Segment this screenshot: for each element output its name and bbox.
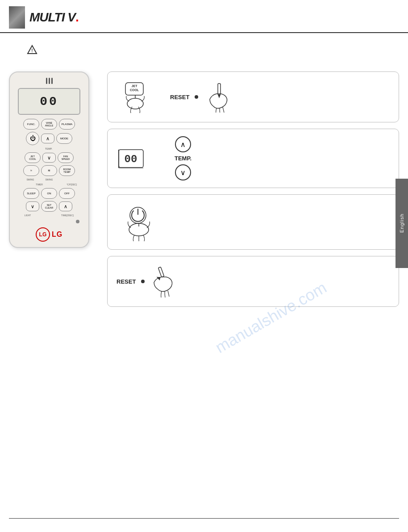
- lg-circle-logo: LG: [36, 227, 50, 242]
- temp-up-arrow[interactable]: ∧: [175, 136, 191, 152]
- timer-label: TIMER: [21, 183, 57, 186]
- timer-label-row: TIMER °C/F[SEC]: [14, 183, 84, 186]
- set-clear-button[interactable]: SETCLEAR: [41, 201, 57, 212]
- ir-bar: [46, 78, 47, 84]
- box3-content: [117, 202, 170, 242]
- power-button[interactable]: ⏻: [26, 132, 39, 145]
- svg-text:!: !: [31, 48, 33, 53]
- cf-sec-label: °C/F[SEC]: [59, 183, 77, 186]
- temp-label: TEMP.: [41, 147, 57, 150]
- remote-container: 00 FUNC. VANEANGLE PLASMA ⏻ ∧ MODE TEMP.: [9, 71, 98, 307]
- light-label: LIGHT: [20, 214, 36, 217]
- svg-rect-7: [218, 84, 221, 95]
- ir-emitter: [46, 78, 53, 84]
- fan-speed-button[interactable]: FANSPEED: [58, 152, 74, 163]
- light-time-label-row: LIGHT TIME[3SEC]: [14, 214, 84, 217]
- warning-area: !: [27, 45, 41, 55]
- remote-btn-row-1: FUNC. VANEANGLE PLASMA: [14, 119, 84, 130]
- svg-point-5: [127, 98, 143, 109]
- instruction-box-4: RESET: [107, 256, 399, 307]
- remote-btn-row-5: SLEEP ON OFF: [14, 188, 84, 199]
- stylus-hand-illustration-2: [147, 264, 192, 299]
- svg-text:JET: JET: [132, 84, 138, 88]
- remote-display: 00: [18, 88, 80, 115]
- svg-rect-16: [158, 267, 164, 277]
- remote-control: 00 FUNC. VANEANGLE PLASMA ⏻ ∧ MODE TEMP.: [9, 71, 89, 248]
- instruction-box-3: [107, 194, 399, 250]
- reset-area-1: RESET: [170, 81, 237, 113]
- box1-content: JET COOL RESET: [117, 79, 237, 115]
- instruction-box-2: 00 ∧ TEMP. ∨: [107, 129, 399, 188]
- reset-label-2: RESET: [117, 278, 136, 285]
- remote-btn-row-3: JETCOOL ∨ FANSPEED: [14, 152, 84, 163]
- brand-name: MULTI V: [29, 10, 75, 25]
- vane-angle-button[interactable]: VANEANGLE: [41, 119, 57, 130]
- remote-display-digits: 00: [40, 95, 58, 109]
- remote-btn-row-6: ∨ SETCLEAR ∧: [14, 201, 84, 212]
- svg-text:COOL: COOL: [130, 88, 139, 92]
- reset-dot-1: [195, 95, 198, 99]
- ir-bar: [51, 78, 53, 84]
- lg-text-logo: LG: [52, 230, 62, 239]
- jet-cool-button[interactable]: JETCOOL: [25, 152, 41, 163]
- power-press-illustration: [117, 202, 170, 242]
- reset-label-1: RESET: [170, 94, 189, 101]
- temp-control-area: ∧ TEMP. ∨: [175, 136, 192, 180]
- remote-btn-row-4: ≈ ≋ ROOMTEMP: [14, 165, 84, 176]
- temp-down-button[interactable]: ∨: [42, 153, 56, 163]
- header-divider: [9, 32, 399, 33]
- box2-content: 00 ∧ TEMP. ∨: [117, 136, 192, 180]
- remote-btn-row-2: ⏻ ∧ MODE: [14, 132, 84, 145]
- display-illustration: 00: [117, 143, 161, 174]
- temp-label-row: TEMP.: [14, 147, 84, 150]
- led-indicator: [76, 220, 79, 223]
- main-content: 00 FUNC. VANEANGLE PLASMA ⏻ ∧ MODE TEMP.: [9, 71, 399, 307]
- brand-accent-box: [9, 6, 25, 29]
- swing1-button[interactable]: ≈: [23, 165, 39, 176]
- swing-label-row: SWING SWING: [14, 178, 84, 181]
- stylus-hand-illustration-1: [201, 81, 237, 113]
- time-sec-label: TIME[3SEC]: [56, 214, 79, 217]
- light-down-button[interactable]: ∨: [26, 201, 39, 211]
- side-tab: English: [396, 179, 408, 268]
- plasma-button[interactable]: PLASMA: [59, 119, 75, 130]
- mode-button[interactable]: MODE: [56, 133, 72, 144]
- ir-bar: [49, 78, 50, 84]
- sleep-button[interactable]: SLEEP: [23, 188, 39, 199]
- box4-content: RESET: [117, 264, 192, 299]
- instruction-box-1: JET COOL RESET: [107, 71, 399, 122]
- lg-logo-area: LG LG: [36, 227, 62, 242]
- room-temp-button[interactable]: ROOMTEMP: [59, 165, 75, 176]
- page-header: MULTI V.: [0, 0, 408, 33]
- timer-off-button[interactable]: OFF: [59, 188, 75, 199]
- reset-dot-2: [141, 280, 145, 283]
- svg-marker-8: [218, 95, 221, 98]
- instructions-panel: JET COOL RESET: [107, 71, 399, 307]
- func-button[interactable]: FUNC.: [23, 119, 39, 130]
- temp-up-button[interactable]: ∧: [41, 134, 54, 143]
- swing2-button[interactable]: ≋: [41, 165, 57, 176]
- temp-control-label: TEMP.: [175, 155, 192, 162]
- side-tab-text: English: [399, 214, 404, 233]
- brand-dot: .: [75, 10, 79, 25]
- temp-down-arrow-box[interactable]: ∨: [175, 164, 191, 180]
- warning-icon: !: [27, 45, 37, 55]
- jet-cool-press-illustration: JET COOL: [117, 79, 157, 115]
- time-up-button[interactable]: ∧: [59, 201, 72, 211]
- svg-text:00: 00: [125, 153, 137, 165]
- timer-on-button[interactable]: ON: [41, 188, 57, 199]
- footer-divider: [9, 518, 399, 519]
- reset-area-2: RESET: [117, 264, 192, 299]
- swing1-label: SWING: [22, 178, 39, 181]
- swing2-label: SWING: [41, 178, 58, 181]
